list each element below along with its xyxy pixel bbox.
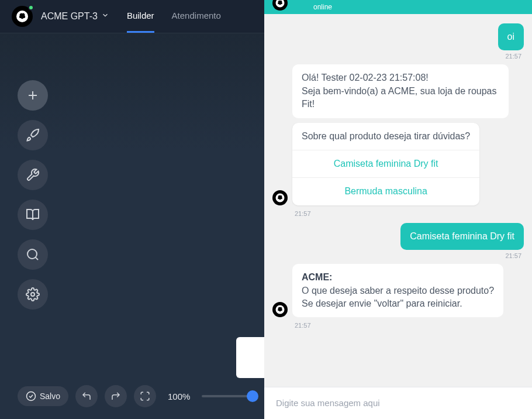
- wrench-icon: [26, 168, 40, 182]
- docs-button[interactable]: [18, 200, 48, 230]
- builder-canvas[interactable]: Salvo 100%: [0, 33, 264, 419]
- bot-text-line: Seja bem-vindo(a) a ACME, sua loja de ro…: [302, 86, 497, 109]
- chat-header: online: [264, 0, 532, 14]
- message-row-user: oi 21:57: [272, 23, 524, 60]
- redo-button[interactable]: [105, 385, 127, 407]
- timestamp: 21:57: [292, 322, 524, 329]
- message-row-bot: ACME: O que deseja saber a respeito dess…: [272, 264, 524, 317]
- bot-text-line: Se desejar envie "voltar" para reiniciar…: [302, 298, 462, 308]
- message-row-user: Camiseta feminina Dry fit 21:57: [272, 223, 524, 259]
- chat-panel: online oi 21:57 Olá! Tester 02-02-23 21:…: [264, 0, 532, 419]
- redo-icon: [110, 391, 121, 401]
- fit-button[interactable]: [134, 385, 156, 407]
- plus-icon: [26, 88, 40, 102]
- openai-logo-icon: [275, 0, 285, 8]
- builder-footer: Salvo 100%: [18, 385, 253, 407]
- settings-button[interactable]: [18, 160, 48, 190]
- option-button[interactable]: Camiseta feminina Dry fit: [292, 150, 479, 177]
- timestamp: 21:57: [503, 252, 524, 259]
- chat-avatar: [272, 0, 288, 11]
- bot-message: Olá! Tester 02-02-23 21:57:08! Seja bem-…: [292, 64, 509, 118]
- project-logo: [12, 6, 33, 27]
- rocket-icon: [26, 128, 40, 142]
- check-circle-icon: [26, 391, 36, 401]
- svg-point-2: [27, 249, 37, 259]
- chevron-down-icon: [101, 11, 109, 22]
- svg-point-5: [27, 392, 36, 401]
- search-button[interactable]: [18, 239, 48, 270]
- undo-icon: [81, 391, 92, 401]
- message-row-bot: Sobre qual produto deseja tirar dúvidas?…: [272, 123, 524, 205]
- chat-input-area: [264, 387, 532, 419]
- tab-builder[interactable]: Builder: [127, 0, 154, 33]
- timestamp: 21:57: [292, 210, 524, 217]
- builder-header: ACME GPT-3 Builder Atendimento: [0, 0, 264, 33]
- zoom-label: 100%: [168, 391, 190, 401]
- book-icon: [26, 208, 40, 222]
- bot-options-group: Sobre qual produto deseja tirar dúvidas?…: [292, 123, 479, 205]
- add-button[interactable]: [18, 80, 48, 111]
- bot-text-line: Olá! Tester 02-02-23 21:57:08!: [302, 73, 429, 83]
- bot-text-line: O que deseja saber a respeito desse prod…: [302, 286, 494, 296]
- bot-sender-name: ACME:: [302, 272, 332, 282]
- user-message: Camiseta feminina Dry fit: [400, 223, 524, 250]
- openai-logo-icon: [275, 193, 285, 203]
- status-indicator: [28, 5, 34, 11]
- openai-logo-icon: [275, 304, 285, 315]
- chat-messages[interactable]: oi 21:57 Olá! Tester 02-02-23 21:57:08! …: [264, 14, 532, 387]
- undo-button[interactable]: [75, 385, 98, 407]
- maximize-icon: [140, 391, 150, 401]
- save-status: Salvo: [18, 386, 68, 406]
- option-button[interactable]: Bermuda masculina: [292, 177, 479, 205]
- tab-navigation: Builder Atendimento: [127, 0, 221, 33]
- svg-line-3: [36, 257, 38, 260]
- bot-avatar: [272, 302, 288, 317]
- svg-point-4: [31, 293, 34, 296]
- message-row-bot: Olá! Tester 02-02-23 21:57:08! Seja bem-…: [272, 64, 524, 118]
- rocket-button[interactable]: [18, 120, 48, 150]
- chat-input[interactable]: [276, 398, 520, 408]
- gear-variable-icon: [26, 287, 40, 301]
- builder-panel: ACME GPT-3 Builder Atendimento: [0, 0, 264, 419]
- zoom-thumb[interactable]: [247, 390, 258, 402]
- chat-status-label: online: [313, 3, 332, 11]
- bot-message: ACME: O que deseja saber a respeito dess…: [292, 264, 503, 317]
- timestamp: 21:57: [503, 53, 524, 60]
- variables-button[interactable]: [18, 279, 48, 310]
- toolbar: [18, 80, 48, 310]
- search-icon: [26, 248, 40, 262]
- project-name-label: ACME GPT-3: [41, 11, 98, 22]
- bot-avatar: [272, 190, 288, 205]
- project-selector[interactable]: ACME GPT-3: [41, 11, 109, 22]
- canvas-node[interactable]: [236, 337, 264, 378]
- zoom-slider[interactable]: [202, 395, 253, 397]
- bot-prompt: Sobre qual produto deseja tirar dúvidas?: [292, 123, 479, 150]
- user-message: oi: [498, 23, 524, 50]
- save-label: Salvo: [40, 391, 60, 401]
- tab-atendimento[interactable]: Atendimento: [172, 0, 221, 33]
